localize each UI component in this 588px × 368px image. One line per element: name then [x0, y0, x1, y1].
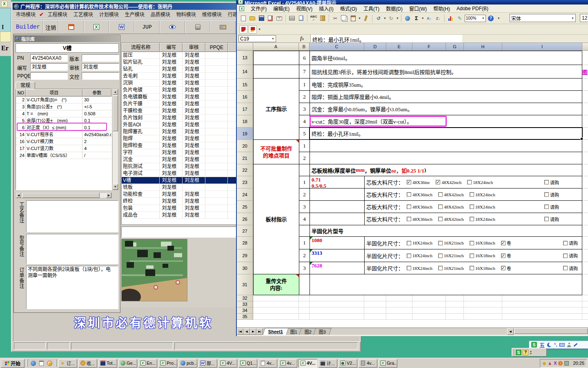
row-header-15[interactable]: 15 [237, 79, 253, 91]
cell-B16[interactable]: 2 [299, 91, 310, 103]
scrollbar-thumb[interactable] [514, 328, 588, 334]
cell-B25[interactable]: 3 [299, 201, 310, 213]
autosum-dropdown[interactable]: ▼ [421, 17, 424, 20]
row-header-21[interactable]: 21 [237, 152, 253, 164]
empty-cell[interactable] [412, 295, 446, 301]
param-table-hscrollbar[interactable]: ◀ ▶ [16, 192, 112, 198]
column-headers[interactable]: ABCDEFGHI [237, 43, 588, 51]
process-table[interactable]: 流程名称编写审核PPQE层压刘龙根刘龙根铝片钻孔刘龙根刘龙根钻孔刘龙根刘龙根去毛… [121, 43, 240, 225]
grid-row-35[interactable]: 35 [237, 314, 588, 320]
process-col-header[interactable]: 流程名称 [122, 43, 160, 52]
select-all-corner[interactable] [237, 43, 253, 51]
start-button[interactable]: 开始 [1, 359, 24, 368]
ime-wubi-icon[interactable]: 五 [539, 341, 545, 349]
zoom-combo[interactable]: 100%▼ [465, 15, 486, 22]
cell-D24[interactable]: 芯板大料尺寸：48X36inch48X42inch18X24inch请购 [365, 188, 582, 200]
row-header-22[interactable]: 22 [237, 164, 253, 176]
empty-cell[interactable] [386, 301, 412, 307]
next-sheet-button[interactable]: ▶ [250, 328, 256, 335]
prev-sheet-button[interactable]: ◀ [243, 328, 250, 335]
ime-fullhalf-icon[interactable] [547, 343, 552, 347]
copy-button[interactable] [340, 14, 348, 22]
process-col-header[interactable]: 编写 [160, 43, 183, 52]
grid-row-33[interactable]: 33 [237, 301, 588, 307]
cell-C25[interactable] [310, 201, 365, 213]
sort-descending-button[interactable]: Z↓ [434, 14, 442, 22]
pdf-convert-button[interactable] [239, 25, 247, 34]
tray-clock-icon[interactable] [564, 361, 569, 366]
cell-B29[interactable]: 2 [299, 249, 310, 262]
database-tool-button[interactable] [185, 21, 210, 33]
scroll-down-button[interactable]: ▼ [113, 184, 118, 190]
field-版本[interactable] [82, 54, 119, 62]
empty-cell[interactable] [502, 307, 582, 314]
sheet-tab-图3[interactable]: 图3 [314, 328, 332, 335]
row-header-30[interactable]: 30 [237, 262, 253, 274]
column-header-D[interactable]: D [364, 43, 386, 51]
pdf-email-button[interactable] [249, 25, 257, 34]
empty-cell[interactable] [502, 295, 582, 301]
field-编写[interactable]: 刘龙根 [30, 63, 68, 71]
row-header-25[interactable]: 25 [237, 201, 253, 213]
empty-cell[interactable] [299, 295, 310, 301]
empty-cell[interactable] [299, 307, 310, 314]
checkbox-16X18inch[interactable]: 16X18inch [470, 240, 495, 245]
name-box-dropdown[interactable]: ▼ [272, 37, 274, 40]
note-textarea[interactable]: 不同周期各提供2块废板（1块/包），电测章一面朝外 [26, 266, 118, 309]
param-row[interactable]: 6对正度（X）≤ (mm)0.1 [16, 124, 111, 131]
new-button[interactable] [239, 14, 247, 22]
checkbox-16X21inch[interactable]: 16X21inch [438, 253, 464, 258]
word-tool-button[interactable]: W [109, 21, 134, 33]
param-row[interactable]: 24单面V槽面（CS/SS）/ [16, 152, 111, 159]
cell-C15[interactable]: 电镀：完成铜厚35um。 [310, 79, 582, 90]
param-row[interactable]: 3角度(β)公差± (°)+/-5 [16, 103, 111, 110]
process-row[interactable]: 钻孔刘龙根刘龙根 [122, 66, 239, 73]
print-preview-button[interactable] [297, 14, 305, 22]
grid-row-32[interactable]: 32 [237, 295, 588, 301]
process-row[interactable]: 终检刘龙根刘龙根 [122, 198, 239, 205]
empty-cell[interactable] [253, 307, 299, 314]
cell-B14[interactable]: 7 [299, 65, 310, 78]
task-button-4[interactable]: XEn... [138, 359, 157, 368]
process-row[interactable]: 层压刘龙根刘龙根 [122, 52, 239, 59]
row-header-23[interactable]: 23 [237, 176, 253, 188]
checkbox-16X21inch[interactable]: 16X21inch [438, 266, 464, 271]
logout-button[interactable]: 注销 [43, 21, 58, 33]
ime-punctuation-icon[interactable]: °, [554, 342, 557, 347]
checkbox-buy[interactable]: 请购 [544, 191, 559, 198]
undo-dropdown[interactable]: ▼ [383, 17, 386, 20]
excel-menu-item[interactable]: 格式(O) [340, 5, 357, 12]
task-button-5[interactable]: XPro... [158, 359, 177, 368]
excel-menu-item[interactable]: 窗口(W) [409, 5, 427, 12]
ime-help-icon[interactable]: ? [523, 350, 528, 355]
checkbox-18X24inch[interactable]: 18X24inch [470, 192, 495, 197]
app-menu-item[interactable]: 工艺模块 [74, 11, 93, 18]
empty-cell[interactable] [386, 314, 412, 320]
task-button-13[interactable]: 计... [318, 359, 337, 368]
cell-B19[interactable]: 5 [299, 128, 310, 139]
field-文控[interactable] [82, 72, 119, 80]
cell-B17[interactable]: 3 [299, 103, 310, 115]
checkbox-buy[interactable]: 请购 [563, 265, 578, 272]
cell-B18[interactable]: 4 [299, 115, 310, 127]
autosum-button[interactable]: Σ [412, 14, 421, 22]
checkbox-18X24inch[interactable]: 18X24inch [407, 266, 432, 271]
empty-cell[interactable] [310, 301, 364, 307]
task-button-0[interactable]: ★订... [58, 359, 77, 368]
cell-C22[interactable]: 芯板规格(厚度单位mm，铜厚单位oz，如0.25 1/1) [310, 164, 582, 176]
task-button-16[interactable]: XGra... [379, 359, 397, 368]
checkbox-48X36inch[interactable]: 48X36inch [407, 217, 432, 222]
scroll-left-button[interactable]: ◀ [507, 328, 514, 335]
process-row[interactable]: 阻焊刘龙根刘龙根 [122, 135, 239, 142]
column-header-G[interactable]: G [446, 43, 464, 51]
task-button-12[interactable]: X4V... [298, 359, 317, 368]
checkbox-48X42inch[interactable]: 48X42inch [438, 217, 464, 222]
excel-menu-item[interactable]: 工具(T) [363, 5, 379, 12]
row-header-31[interactable]: 31 [237, 274, 253, 295]
save-button[interactable] [257, 14, 265, 22]
checkbox-buy[interactable]: 请购 [563, 240, 578, 246]
task-button-6[interactable]: pcb... [178, 359, 197, 368]
cell-B22[interactable] [299, 164, 310, 176]
cell-C18[interactable]: v-cut：角度30度，深度20mil（双面v-cut）。 [310, 115, 582, 127]
process-row[interactable]: 沉金刘龙根刘龙根 [122, 156, 239, 163]
